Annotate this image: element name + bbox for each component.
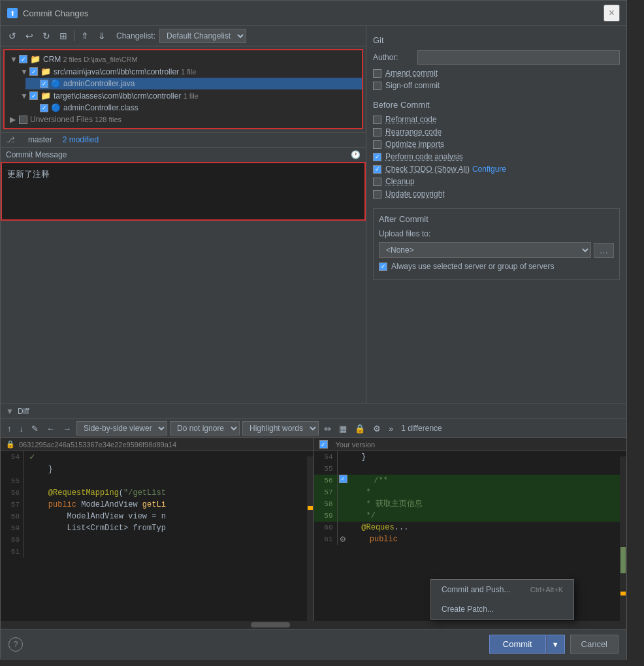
diff-sync-btn[interactable]: ⇔ <box>321 422 334 435</box>
tree-item-crm[interactable]: ▼ ✓ 📁 CRM 2 files D:\java_file\CRM <box>5 53 362 65</box>
checkbox-src[interactable]: ✓ <box>29 67 38 76</box>
diff-prev-btn[interactable]: ← <box>44 422 57 435</box>
copyright-checkbox[interactable] <box>373 190 381 198</box>
rearrange-row: Rearrange code <box>373 127 620 136</box>
checkbox-admin-class[interactable]: ✓ <box>40 104 48 112</box>
after-commit-title: After Commit <box>379 214 614 224</box>
commit-message-input[interactable]: 更新了注释 <box>1 162 366 221</box>
signoff-checkbox[interactable] <box>373 82 381 90</box>
diff-columns-btn[interactable]: ▦ <box>336 422 349 435</box>
right-panel: Git Author: Amend commit Sign-off commit… <box>366 26 626 404</box>
reformat-label: Reformat code <box>385 115 437 124</box>
undo-btn[interactable]: ↩ <box>23 29 36 42</box>
title-bar: ⬆ Commit Changes × <box>1 1 626 26</box>
amend-label: Amend commit <box>385 69 438 78</box>
diff-more-btn[interactable]: » <box>386 422 396 435</box>
cancel-button[interactable]: Cancel <box>570 635 619 654</box>
diff-line-56-left: 56 @RequestMapping("/getList <box>1 487 314 499</box>
diff-right-scrollbar[interactable] <box>620 456 626 621</box>
optimize-checkbox[interactable] <box>373 140 381 149</box>
commit-dialog: ⬆ Commit Changes × ↺ ↩ ↻ ⊞ ⇑ ⇓ Changelis… <box>0 0 627 659</box>
tree-item-admin-java[interactable]: ✓ 🔵 adminController.java <box>25 78 362 89</box>
tree-item-src[interactable]: ▼ ✓ 📁 src\main\java\com\lbb\crm\controll… <box>15 65 362 78</box>
tree-item-unversioned[interactable]: ▶ Unversioned Files 128 files <box>5 114 362 125</box>
diff-line-57-right: 57 * <box>314 486 627 498</box>
author-input[interactable] <box>417 50 620 65</box>
diff-line-56-checkbox[interactable]: ✓ <box>339 475 347 483</box>
context-create-patch[interactable]: Create Patch... <box>431 599 573 619</box>
app-icon: ⬆ <box>7 8 18 18</box>
diff-ignore-dropdown[interactable]: Do not ignore <box>170 421 240 436</box>
checkbox-target[interactable]: ✓ <box>29 91 38 100</box>
group-btn[interactable]: ⊞ <box>57 29 70 42</box>
diff-left-lines: 54 ✓ } 55 56 @RequestMapping("/getList <box>1 451 314 616</box>
diff-right-header: ✓ Your version <box>314 438 627 451</box>
perform-checkbox[interactable]: ✓ <box>373 153 381 161</box>
diff-edit-btn[interactable]: ✎ <box>29 422 41 435</box>
history-icon[interactable]: 🕐 <box>351 150 361 159</box>
status-bar: ⎇ master 2 modified <box>1 132 366 148</box>
modified-badge[interactable]: 2 modified <box>63 135 99 144</box>
checkbox-admin-java[interactable]: ✓ <box>40 80 48 88</box>
tree-item-admin-class[interactable]: ✓ 🔵 adminController.class <box>25 102 362 114</box>
diff-left-scrollbar[interactable] <box>307 456 314 621</box>
commit-button[interactable]: Commit <box>489 635 546 654</box>
always-use-label: Always use selected server or group of s… <box>391 262 554 271</box>
tree-item-target[interactable]: ▼ ✓ 📁 target\classes\com\lbb\crm\control… <box>15 89 362 102</box>
expand-btn[interactable]: ⇑ <box>78 29 91 42</box>
rearrange-checkbox[interactable] <box>373 128 381 136</box>
configure-link[interactable]: Configure <box>472 165 506 174</box>
upload-row: Upload files to: <box>379 229 614 238</box>
collapse-btn[interactable]: ⇓ <box>95 29 108 42</box>
diff-toggle[interactable]: ▼ <box>6 407 14 416</box>
redo-btn[interactable]: ↻ <box>40 29 53 42</box>
java-file-icon: 🔵 <box>51 79 61 88</box>
expand-target: ▼ <box>20 91 28 101</box>
cleanup-checkbox[interactable] <box>373 178 381 186</box>
after-commit-section: After Commit Upload files to: <None> … ✓… <box>373 208 620 280</box>
diff-viewer-dropdown[interactable]: Side-by-side viewer <box>76 421 167 436</box>
class-file-icon: 🔵 <box>51 103 61 112</box>
upload-more-btn[interactable]: … <box>594 243 614 258</box>
diff-up-btn[interactable]: ↑ <box>5 422 14 435</box>
diff-count: 1 difference <box>401 424 442 433</box>
signoff-label: Sign-off commit <box>385 81 440 90</box>
author-row: Author: <box>373 50 620 65</box>
upload-select[interactable]: <None> <box>379 242 591 258</box>
admin-class-label: adminController.class <box>63 103 138 112</box>
diff-hscroll-thumb[interactable] <box>251 622 290 627</box>
diff-left-file: 0631295ac246a5153367e34e22e9596f98d89a14 <box>19 441 176 449</box>
diff-next-btn[interactable]: → <box>60 422 74 435</box>
checkbox-unversioned[interactable] <box>19 116 27 124</box>
reformat-checkbox[interactable] <box>373 116 381 124</box>
git-section-title: Git <box>373 35 620 45</box>
crm-label: CRM <box>43 55 61 64</box>
diff-line-54-brace: } <box>1 464 314 475</box>
perform-row: ✓ Perform code analysis <box>373 152 620 161</box>
amend-row: Amend commit <box>373 69 620 78</box>
checkbox-crm[interactable]: ✓ <box>19 55 27 63</box>
diff-settings-btn[interactable]: ⚙ <box>370 422 383 435</box>
dialog-title: Commit Changes <box>23 8 88 18</box>
close-button[interactable]: × <box>604 5 620 22</box>
todo-checkbox[interactable]: ✓ <box>373 165 381 174</box>
commit-message-area: Commit Message 🕐 更新了注释 <box>1 148 366 223</box>
expand-admin-class <box>31 103 39 112</box>
diff-right-checkbox[interactable]: ✓ <box>319 440 328 449</box>
diff-header: ▼ Diff <box>1 404 626 419</box>
diff-marker-1 <box>308 506 313 510</box>
refresh-btn[interactable]: ↺ <box>6 29 19 42</box>
amend-checkbox[interactable] <box>373 69 381 78</box>
help-button[interactable]: ? <box>8 637 23 652</box>
context-commit-push[interactable]: Commit and Push... Ctrl+Alt+K <box>431 580 573 599</box>
commit-dropdown-button[interactable]: ▼ <box>546 635 565 654</box>
file-tree-border: ▼ ✓ 📁 CRM 2 files D:\java_file\CRM ▼ ✓ 📁… <box>3 49 363 129</box>
diff-highlight-dropdown[interactable]: Highlight words <box>242 421 319 436</box>
reformat-row: Reformat code <box>373 115 620 124</box>
diff-down-btn[interactable]: ↓ <box>17 422 27 435</box>
always-use-checkbox[interactable]: ✓ <box>379 262 387 271</box>
left-panel: ↺ ↩ ↻ ⊞ ⇑ ⇓ Changelist: Default Changeli… <box>1 26 366 404</box>
diff-lock-btn[interactable]: 🔒 <box>352 422 368 435</box>
main-area: ↺ ↩ ↻ ⊞ ⇑ ⇓ Changelist: Default Changeli… <box>1 26 626 404</box>
changelist-select[interactable]: Default Changelist <box>159 29 246 43</box>
